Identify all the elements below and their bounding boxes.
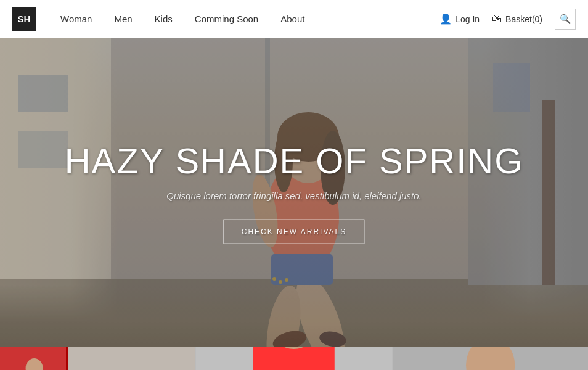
thumbnails-row: AROVSKI xyxy=(0,347,588,370)
nav-woman[interactable]: Woman xyxy=(60,14,92,24)
nav-about[interactable]: About xyxy=(280,14,304,24)
hero-subtitle: Quisque lorem tortor fringilla sed, vest… xyxy=(59,190,529,200)
basket-icon: 🛍 xyxy=(492,14,502,25)
basket-button[interactable]: 🛍 Basket(0) xyxy=(492,14,542,25)
logo-text: SH xyxy=(18,14,31,24)
thumbnail-3[interactable] xyxy=(392,347,588,370)
hero-title: HAZY SHADE OF SPRING xyxy=(59,141,529,181)
hero-section: HAZY SHADE OF SPRING Quisque lorem torto… xyxy=(0,38,588,347)
search-button[interactable]: 🔍 xyxy=(555,9,576,30)
nav-links: Woman Men Kids Comming Soon About xyxy=(60,14,439,24)
login-label: Log In xyxy=(455,14,480,24)
nav-coming-soon[interactable]: Comming Soon xyxy=(195,14,258,24)
svg-point-24 xyxy=(26,358,43,370)
thumbnail-1-gray: AROVSKI xyxy=(68,347,195,370)
thumbnail-1[interactable]: AROVSKI xyxy=(0,347,195,370)
nav-right: 👤 Log In 🛍 Basket(0) 🔍 xyxy=(439,9,576,30)
login-button[interactable]: 👤 Log In xyxy=(439,13,480,25)
svg-point-36 xyxy=(466,347,515,370)
hero-content: HAZY SHADE OF SPRING Quisque lorem torto… xyxy=(59,141,529,244)
thumbnail-2[interactable] xyxy=(195,347,391,370)
basket-label: Basket(0) xyxy=(505,14,542,24)
navbar: SH Woman Men Kids Comming Soon About 👤 L… xyxy=(0,0,588,38)
user-icon: 👤 xyxy=(439,13,452,25)
logo[interactable]: SH xyxy=(12,7,36,31)
search-icon: 🔍 xyxy=(560,14,571,25)
nav-kids[interactable]: Kids xyxy=(155,14,173,24)
thumbnail-1-red xyxy=(0,347,68,370)
svg-rect-31 xyxy=(253,347,335,370)
nav-men[interactable]: Men xyxy=(114,14,132,24)
hero-cta-button[interactable]: CHECK NEW ARRIVALS xyxy=(224,219,364,244)
